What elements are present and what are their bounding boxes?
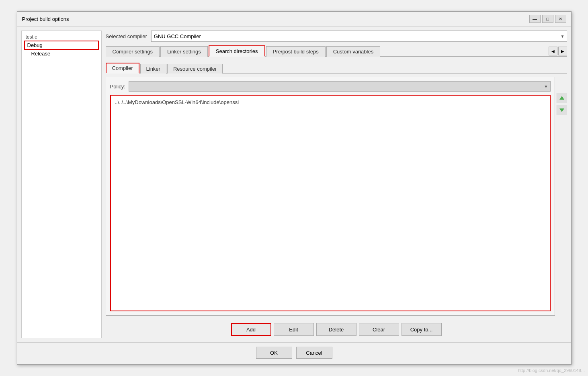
move-up-button[interactable] bbox=[557, 93, 567, 103]
action-buttons: Add Edit Delete Clear Copy to... bbox=[106, 319, 567, 338]
tab-scroll-buttons: ◀ ▶ bbox=[549, 47, 567, 56]
main-tabs: Compiler settings Linker settings Search… bbox=[106, 45, 567, 57]
compiler-select[interactable]: GNU GCC Compiler bbox=[151, 31, 567, 42]
bottom-buttons: OK Cancel bbox=[17, 342, 571, 364]
dialog-body: test.c Debug Release Selected compiler G… bbox=[17, 27, 571, 342]
arrow-down-icon bbox=[559, 107, 565, 113]
sidebar-item-debug[interactable]: Debug bbox=[24, 41, 99, 50]
sidebar-item-debug-label: Debug bbox=[27, 42, 43, 48]
edit-button[interactable]: Edit bbox=[274, 323, 314, 336]
policy-label: Policy: bbox=[110, 84, 125, 90]
compiler-row: Selected compiler GNU GCC Compiler ▼ bbox=[106, 31, 567, 42]
tab-pre-post-build[interactable]: Pre/post build steps bbox=[266, 46, 326, 57]
main-content: Selected compiler GNU GCC Compiler ▼ Com… bbox=[106, 31, 567, 338]
move-down-button[interactable] bbox=[557, 105, 567, 115]
sub-tabs: Compiler Linker Resource compiler bbox=[106, 62, 567, 74]
sidebar-filename: test.c bbox=[24, 33, 99, 41]
maximize-button[interactable]: □ bbox=[542, 15, 553, 23]
tab-linker-settings[interactable]: Linker settings bbox=[160, 46, 208, 57]
svg-marker-1 bbox=[559, 108, 564, 112]
project-build-options-dialog: Project build options — □ ✕ test.c Debug… bbox=[17, 11, 572, 365]
sub-tab-resource-compiler[interactable]: Resource compiler bbox=[167, 64, 223, 74]
compiler-select-wrapper: GNU GCC Compiler ▼ bbox=[151, 31, 567, 42]
copy-to-button[interactable]: Copy to... bbox=[402, 323, 442, 336]
svg-marker-0 bbox=[559, 96, 564, 100]
arrow-up-icon bbox=[559, 95, 565, 101]
sidebar-item-release-label: Release bbox=[31, 51, 51, 57]
dialog-title: Project build options bbox=[22, 16, 69, 22]
panel-content: Policy: ▼ ..\..\..\MyDownloads\OpenSSL-W… bbox=[106, 77, 555, 316]
sidebar-item-release[interactable]: Release bbox=[24, 50, 99, 57]
close-button[interactable]: ✕ bbox=[555, 15, 566, 23]
policy-select[interactable] bbox=[129, 81, 551, 92]
tab-search-directories[interactable]: Search directories bbox=[209, 45, 265, 57]
tab-custom-variables[interactable]: Custom variables bbox=[326, 46, 380, 57]
policy-row: Policy: ▼ bbox=[110, 81, 551, 92]
minimize-button[interactable]: — bbox=[529, 15, 541, 23]
directory-list[interactable]: ..\..\..\MyDownloads\OpenSSL-Win64\inclu… bbox=[110, 95, 551, 311]
ok-button[interactable]: OK bbox=[256, 347, 292, 359]
sub-tab-compiler[interactable]: Compiler bbox=[106, 63, 139, 74]
watermark: http://blog.csdn.net/qq_2960148... bbox=[518, 368, 585, 373]
title-bar: Project build options — □ ✕ bbox=[17, 12, 571, 27]
sub-tab-linker[interactable]: Linker bbox=[140, 64, 166, 74]
dir-item-0[interactable]: ..\..\..\MyDownloads\OpenSSL-Win64\inclu… bbox=[113, 98, 547, 106]
panel-with-arrows: Policy: ▼ ..\..\..\MyDownloads\OpenSSL-W… bbox=[106, 77, 567, 316]
tab-scroll-right-button[interactable]: ▶ bbox=[558, 47, 567, 55]
clear-button[interactable]: Clear bbox=[359, 323, 399, 336]
title-bar-controls: — □ ✕ bbox=[529, 15, 566, 23]
delete-button[interactable]: Delete bbox=[316, 323, 356, 336]
tab-scroll-left-button[interactable]: ◀ bbox=[549, 47, 557, 55]
tab-compiler-settings[interactable]: Compiler settings bbox=[106, 46, 160, 57]
side-arrows bbox=[557, 77, 567, 316]
add-button[interactable]: Add bbox=[231, 323, 271, 336]
compiler-label: Selected compiler bbox=[106, 33, 147, 39]
policy-select-wrapper: ▼ bbox=[129, 81, 551, 92]
sidebar: test.c Debug Release bbox=[21, 31, 102, 338]
cancel-button[interactable]: Cancel bbox=[296, 347, 332, 359]
